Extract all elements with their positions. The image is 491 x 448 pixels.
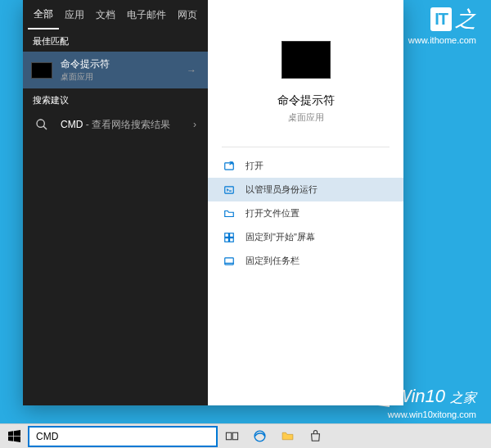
folder-icon [281,429,295,443]
app-large-icon [282,41,331,79]
chevron-right-icon: › [190,119,200,130]
action-pin-to-start[interactable]: 固定到"开始"屏幕 [208,225,403,249]
start-button[interactable] [0,424,28,448]
svg-rect-6 [225,238,229,242]
svg-rect-4 [225,233,229,237]
filter-tabs: 全部 应用 文档 电子邮件 网页 更多 ▾ 反馈 ··· [23,0,208,29]
svg-rect-7 [230,238,234,242]
svg-rect-3 [225,186,234,192]
it-logo: IT [430,7,452,31]
result-cmd[interactable]: 命令提示符 桌面应用 → [23,52,208,88]
win10-url: www.win10xitong.com [355,410,476,419]
taskbar-store[interactable] [301,424,329,448]
taskbar-edge[interactable] [246,424,273,448]
tab-apps[interactable]: 应用 [59,0,90,29]
taskbar [0,423,491,448]
action-run-as-admin[interactable]: 以管理员身份运行 [208,178,403,201]
task-view-button[interactable] [218,424,246,448]
pin-start-icon [223,232,236,243]
suggestion-cmd-web[interactable]: CMD - 查看网络搜索结果 › [23,111,208,138]
cmd-icon [31,62,52,79]
open-icon [223,161,236,172]
zhijia-text: 之家 [450,390,476,407]
search-left-pane: 全部 应用 文档 电子邮件 网页 更多 ▾ 反馈 ··· 最佳匹配 命令提示符 … [23,0,208,405]
action-open-label: 打开 [246,160,264,172]
app-subtitle: 桌面应用 [288,111,324,124]
zhi-text: 之 [455,5,476,34]
tab-web[interactable]: 网页 [172,0,203,29]
ithome-url: www.ithome.com [408,35,476,45]
search-icon [35,118,48,131]
svg-rect-10 [226,432,231,440]
svg-line-1 [43,126,47,129]
taskbar-explorer[interactable] [273,424,301,448]
pin-taskbar-icon [223,256,236,267]
best-match-label: 最佳匹配 [23,29,208,52]
action-pin-start-label: 固定到"开始"屏幕 [246,231,315,243]
action-pin-taskbar-label: 固定到任务栏 [246,255,300,267]
action-admin-label: 以管理员身份运行 [246,183,318,196]
action-pin-to-taskbar[interactable]: 固定到任务栏 [208,249,403,273]
svg-rect-11 [232,432,237,440]
search-panel: 全部 应用 文档 电子邮件 网页 更多 ▾ 反馈 ··· 最佳匹配 命令提示符 … [23,0,403,405]
search-input[interactable] [36,431,209,442]
suggestion-desc: - 查看网络搜索结果 [83,119,170,130]
tab-documents[interactable]: 文档 [90,0,121,29]
tab-email[interactable]: 电子邮件 [121,0,172,29]
action-open-file-location[interactable]: 打开文件位置 [208,201,403,225]
admin-icon [223,184,236,196]
task-view-icon [225,429,239,443]
search-detail-pane: 命令提示符 桌面应用 打开 以管理员身份运行 打开文件位置 固定到"开始"屏幕 [208,0,403,405]
edge-icon [253,429,267,443]
watermark-ithome: IT 之 www.ithome.com [408,5,476,45]
action-open[interactable]: 打开 [208,154,403,178]
result-subtitle: 桌面应用 [61,71,183,83]
taskbar-search-box[interactable] [28,426,218,447]
suggestion-query: CMD [61,119,83,130]
result-title: 命令提示符 [61,57,183,71]
store-icon [309,429,322,443]
svg-point-0 [37,120,44,127]
suggestions-label: 搜索建议 [23,88,208,111]
svg-rect-5 [230,233,234,237]
windows-start-icon [8,430,20,442]
divider [222,147,390,147]
action-location-label: 打开文件位置 [246,207,300,219]
expand-arrow-icon[interactable]: → [183,65,200,76]
app-title: 命令提示符 [277,93,335,108]
svg-point-12 [255,431,265,441]
action-list: 打开 以管理员身份运行 打开文件位置 固定到"开始"屏幕 固定到任务栏 [208,154,403,273]
folder-icon [223,208,236,219]
tab-all[interactable]: 全部 [28,0,59,29]
